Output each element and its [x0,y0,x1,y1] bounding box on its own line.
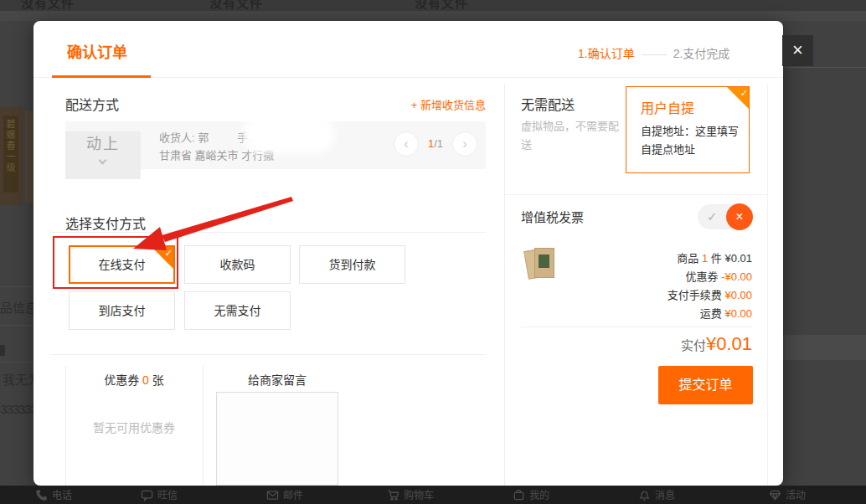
total-label: 实付 [681,338,706,352]
coupon-panel-border [203,366,204,486]
background-text-fragment: 我无为 [3,370,36,388]
summary-fee-line: 支付手续费 ¥0.00 [519,286,752,302]
bag-icon [513,489,525,501]
background-top-strip: 没有文件 没有文件 没有文件 [0,0,866,11]
payment-option-qrcode[interactable]: 收款码 [184,245,291,284]
background-text-fragment: 品信息 [0,298,34,316]
toolbar-item-wangxin[interactable]: 旺信 [141,487,178,502]
prev-address-button[interactable]: ‹ [394,131,419,157]
toolbar-label: 消息 [655,490,675,501]
gem-icon [769,489,781,501]
background-product-image: 碧螺春一级 [0,107,23,205]
toolbar-label: 电话 [52,490,72,501]
coupon-empty-text: 暂无可用优惠券 [65,419,203,435]
summary-shipping-line: 运费 ¥0.00 [519,305,752,321]
no-delivery-desc: 虚拟物品，不需要配送 [521,117,625,154]
shipping-method-label: 动上 [65,131,141,153]
toolbar-item-activity[interactable]: 活动 [769,487,806,502]
section-divider [50,354,486,355]
delivery-heading: 配送方式 [65,94,119,114]
background-divider [0,325,34,326]
add-address-link[interactable]: + 新增收货信息 [360,96,486,112]
shipping-label: 运费 [700,307,725,320]
close-modal-button[interactable]: × [782,35,813,66]
bg-top-text: 没有文件 [209,0,263,11]
background-divider [0,362,34,363]
total-value: ¥0.01 [706,333,752,354]
toolbar-label: 旺信 [157,490,178,501]
coupon-suffix: 张 [149,373,164,387]
toolbar-label: 邮件 [283,490,303,501]
active-tab-underline [52,75,151,78]
total-line: 实付¥0.01 [519,333,752,355]
background-text-fragment [0,345,5,356]
checkout-steps: 1.确认订单2.支付完成 [578,44,771,61]
fee-label: 支付手续费 [668,289,725,301]
background-band [783,335,866,360]
payment-option-cod[interactable]: 货到付款 [299,245,405,284]
cart-icon [387,489,399,501]
invoice-divider [504,194,767,195]
pickup-address-desc: 自提地址：这里填写自提点地址 [641,122,741,159]
recipient-name: 收货人: 郭 [159,131,209,144]
coupon-count: 0 [142,373,149,387]
background-product-image-edge [25,111,34,203]
bg-top-text: 没有文件 [415,0,468,11]
bell-icon [638,489,651,501]
recipient-address: 甘肃省 嘉峪关市 才行撒 [159,147,274,164]
background-divider [783,67,866,68]
toolbar-label: 购物车 [404,490,434,501]
background-divider [0,286,34,287]
invoice-toggle[interactable]: ✓ × [698,204,752,229]
checkout-overlay-page: 没有文件 没有文件 没有文件 碧螺春一级 品信息 我无为 33333333 确认… [0,0,866,504]
merchant-message-input[interactable] [216,392,338,486]
payment-heading: 选择支付方式 [65,213,146,233]
phone-number-blur [250,122,328,147]
modal-title: 确认订单 [67,40,127,62]
payment-divider [50,232,486,233]
summary-goods-line: 商品 1 件 ¥0.01 [519,249,752,265]
coupon-value: -¥0.00 [721,270,752,283]
column-divider [504,84,505,486]
selected-badge: ✓ [727,87,749,109]
pickup-title: 用户自提 [641,97,694,117]
merchant-message-heading: 给商家留言 [216,371,338,388]
toolbar-item-phone[interactable]: 电话 [35,487,72,502]
toolbar-item-messages[interactable]: 消息 [638,487,675,502]
page-total: /1 [434,137,443,150]
no-delivery-option[interactable]: 无需配送 [521,94,575,114]
check-icon[interactable]: ✓ [707,209,718,224]
shipping-method-selector[interactable]: 动上 [65,131,141,179]
payment-option-instore[interactable]: 到店支付 [69,291,175,330]
annotation-highlight-rect [53,236,178,289]
coupon-prefix: 优惠券 [104,373,142,387]
next-address-button[interactable]: › [452,131,477,157]
phone-icon [35,489,48,501]
step-confirm-order: 1.确认订单 [578,47,635,60]
goods-unit: 件 [708,252,724,265]
mail-icon [266,489,279,501]
user-pickup-option[interactable]: ✓ 用户自提 自提地址：这里填写自提点地址 [626,86,750,173]
toolbar-item-cart[interactable]: 购物车 [387,487,434,502]
fee-value: ¥0.00 [724,289,752,301]
chevron-down-icon [99,157,107,165]
step-payment-complete: 2.支付完成 [673,47,730,60]
step-separator [642,54,667,55]
toolbar-item-mine[interactable]: 我的 [513,487,549,502]
chat-icon [141,489,153,501]
shipping-value: ¥0.00 [724,307,752,320]
close-icon[interactable]: × [726,203,753,230]
column-divider [767,84,768,486]
summary-divider [521,327,752,327]
toolbar-label: 活动 [786,490,806,501]
submit-order-button[interactable]: 提交订单 [658,366,753,404]
coupon-label: 优惠券 [686,270,722,283]
payment-option-none[interactable]: 无需支付 [184,291,291,330]
summary-coupon-line: 优惠券 -¥0.00 [519,268,752,284]
background-strip [0,11,866,21]
coupon-title: 优惠券 0 张 [65,371,203,388]
vat-invoice-heading: 增值税发票 [521,208,584,225]
toolbar-item-mail[interactable]: 邮件 [266,487,303,502]
goods-label: 商品 [677,252,702,265]
toolbar-label: 我的 [529,490,549,501]
